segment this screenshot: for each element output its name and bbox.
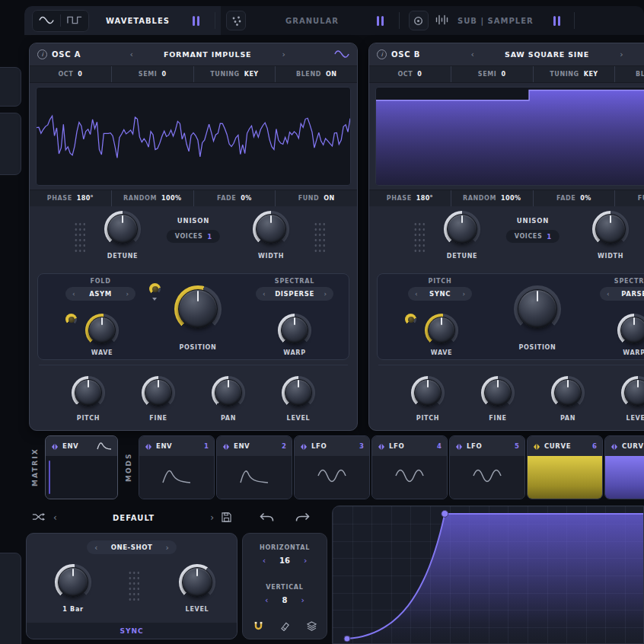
drag-handle[interactable] <box>314 222 325 252</box>
tuning-control[interactable]: TUNINGKEY <box>193 66 276 82</box>
tab-wavetables[interactable]: WAVETABLES <box>106 17 170 25</box>
mod-slot-env-1[interactable]: ENV 1 <box>139 435 215 499</box>
env-master-slot[interactable]: ENV <box>45 435 118 499</box>
wave-mod-amount-knob[interactable] <box>65 314 77 325</box>
spectral-mode-selector[interactable]: ‹ PARSE › <box>600 287 644 301</box>
curve-editor[interactable] <box>332 505 644 644</box>
sub-oscillator-icon[interactable] <box>409 11 429 30</box>
warp-knob[interactable] <box>278 314 311 347</box>
chevron-right-icon[interactable]: › <box>620 50 623 59</box>
mod-slot-lfo-5[interactable]: LFO 5 <box>449 435 525 499</box>
rate-value[interactable]: 1 Bar <box>62 606 83 613</box>
pitch-mode-selector[interactable]: ‹ SYNC › <box>408 287 472 301</box>
fade-control[interactable]: FADE0% <box>533 190 615 206</box>
sampler-waveform-icon[interactable] <box>435 14 448 28</box>
granular-pause-button[interactable] <box>377 16 384 26</box>
fine-knob[interactable]: FINE <box>481 376 515 422</box>
mod-slot-curve-6[interactable]: CURVE 6 <box>527 435 603 499</box>
mod-dropdown-icon[interactable] <box>152 298 157 301</box>
chevron-right-icon[interactable]: › <box>126 291 129 298</box>
osc-a-wavetable-name[interactable]: FORMANT IMPULSE <box>164 50 251 59</box>
detune-knob[interactable] <box>444 211 480 247</box>
randomize-icon[interactable] <box>32 511 46 525</box>
chevron-left-icon[interactable]: ‹ <box>471 50 474 59</box>
chevron-right-icon[interactable]: › <box>166 544 169 552</box>
osc-b-wavetable-name[interactable]: SAW SQUARE SINE <box>505 50 589 59</box>
curve-node[interactable] <box>442 510 448 517</box>
fund-control[interactable]: FUNDON <box>275 190 357 206</box>
pitch-knob[interactable]: PITCH <box>411 376 445 422</box>
warp-knob[interactable] <box>617 314 644 347</box>
oct-control[interactable]: OCT0 <box>369 66 451 82</box>
detune-knob[interactable] <box>104 211 141 247</box>
semi-control[interactable]: SEMI0 <box>111 66 193 82</box>
decrease-icon[interactable]: ‹ <box>265 596 268 604</box>
undo-icon[interactable] <box>260 511 274 525</box>
prev-preset-icon[interactable]: ‹ <box>53 513 57 522</box>
oct-control[interactable]: OCT0 <box>30 66 111 82</box>
wave-knob[interactable] <box>425 314 458 347</box>
voices-control[interactable]: VOICES 1 <box>167 230 220 243</box>
sub-sampler-pause-button[interactable] <box>553 16 560 26</box>
position-knob[interactable] <box>174 285 222 333</box>
rate-knob[interactable] <box>55 564 91 601</box>
mod-slot-lfo-4[interactable]: LFO 4 <box>371 435 448 499</box>
fade-control[interactable]: FADE0% <box>193 190 276 206</box>
next-preset-icon[interactable]: › <box>210 513 214 522</box>
snap-magnet-icon[interactable] <box>253 620 263 634</box>
wavetables-pause-button[interactable] <box>193 16 199 26</box>
layers-icon[interactable] <box>307 620 317 634</box>
phase-control[interactable]: PHASE180° <box>369 190 451 206</box>
curve-node[interactable] <box>344 636 350 642</box>
curve-level-knob[interactable] <box>179 564 215 601</box>
tab-granular[interactable]: GRANULAR <box>285 17 339 25</box>
chevron-right-icon[interactable]: › <box>282 50 285 59</box>
fund-control[interactable]: FUNDON <box>614 190 644 206</box>
chevron-left-icon[interactable]: ‹ <box>72 291 75 298</box>
drag-handle[interactable] <box>128 570 139 601</box>
tuning-control[interactable]: TUNINGKEY <box>533 66 615 82</box>
blend-control[interactable]: BLENDON <box>614 66 644 82</box>
sync-toggle[interactable]: SYNC <box>27 623 237 639</box>
chevron-left-icon[interactable]: ‹ <box>415 291 418 298</box>
info-icon[interactable]: i <box>37 49 47 59</box>
position-knob[interactable] <box>514 285 561 333</box>
chevron-left-icon[interactable]: ‹ <box>94 544 97 552</box>
semi-control[interactable]: SEMI0 <box>451 66 533 82</box>
width-knob[interactable] <box>253 211 289 247</box>
phase-control[interactable]: PHASE180° <box>30 190 111 206</box>
matrix-tab[interactable]: MATRIX <box>26 435 43 499</box>
width-knob[interactable] <box>592 211 629 247</box>
mod-slot-env-2[interactable]: ENV 2 <box>216 435 292 499</box>
chevron-left-icon[interactable]: ‹ <box>263 291 266 298</box>
pan-knob[interactable]: PAN <box>551 376 585 422</box>
drag-handle[interactable] <box>74 222 85 252</box>
vertical-grid-value[interactable]: 8 <box>282 596 288 604</box>
sine-wave-icon[interactable] <box>39 14 54 28</box>
osc-b-wavetable-selector[interactable]: ‹ SAW SQUARE SINE › <box>420 50 644 59</box>
fine-knob[interactable]: FINE <box>142 376 175 422</box>
random-control[interactable]: RANDOM100% <box>111 190 193 206</box>
wave-mod-amount-knob[interactable] <box>405 314 416 325</box>
mod-slot-curve-7[interactable]: CURVE <box>604 435 644 499</box>
chevron-right-icon[interactable]: › <box>462 291 465 298</box>
osc-a-waveform-display[interactable] <box>36 87 351 186</box>
redo-icon[interactable] <box>295 511 310 525</box>
osc-b-waveform-display[interactable] <box>375 87 644 186</box>
wave-knob[interactable] <box>85 314 119 347</box>
drag-handle[interactable] <box>413 222 425 252</box>
level-knob[interactable]: LEVEL <box>621 376 644 422</box>
voices-control[interactable]: VOICES 1 <box>506 230 560 243</box>
chevron-left-icon[interactable]: ‹ <box>607 291 610 298</box>
pitch-knob[interactable]: PITCH <box>72 376 105 422</box>
increase-icon[interactable]: › <box>301 596 304 604</box>
pan-knob[interactable]: PAN <box>212 376 245 422</box>
playback-mode-selector[interactable]: ‹ ONE-SHOT › <box>87 540 177 554</box>
level-knob[interactable]: LEVEL <box>282 376 315 422</box>
spectral-mode-selector[interactable]: ‹ DISPERSE › <box>256 287 333 301</box>
eraser-icon[interactable] <box>280 620 290 634</box>
horizontal-grid-value[interactable]: 16 <box>279 556 290 565</box>
random-control[interactable]: RANDOM100% <box>451 190 533 206</box>
increase-icon[interactable]: › <box>304 556 307 565</box>
position-mod-amount-knob[interactable] <box>149 283 161 295</box>
